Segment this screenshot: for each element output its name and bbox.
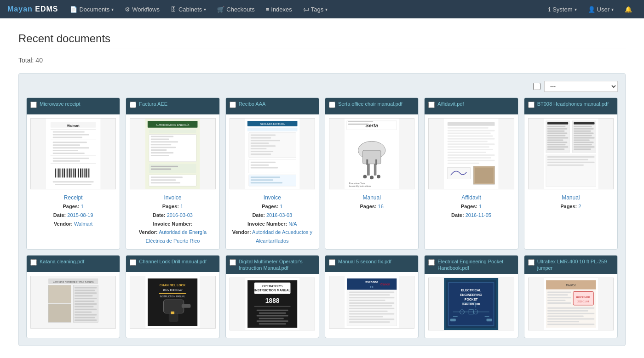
doc-checkbox-1[interactable]	[30, 102, 37, 108]
svg-rect-72	[248, 159, 296, 173]
select-all-checkbox[interactable]	[533, 83, 540, 90]
svg-rect-110	[448, 160, 495, 161]
svg-rect-36	[90, 169, 90, 178]
svg-rect-235	[547, 297, 571, 299]
doc-checkbox-3[interactable]	[230, 102, 236, 108]
svg-rect-183	[256, 310, 288, 311]
doc-thumb-2[interactable]: AUTORIDAD DE ENERGÍA	[130, 118, 215, 189]
svg-rect-103	[448, 141, 488, 142]
svg-rect-100	[448, 133, 491, 134]
nav-workflows[interactable]: ⚙ Workflows	[120, 0, 164, 18]
user-icon: 👤	[588, 6, 595, 13]
card-header-11: Electrical Engineering Pocket Handbook.p…	[425, 256, 518, 274]
bulk-action-select[interactable]: ---	[544, 81, 618, 92]
doc-pages-5: Pages: 1	[428, 202, 514, 211]
svg-rect-26	[71, 169, 72, 178]
svg-rect-195	[349, 291, 394, 293]
doc-title-9[interactable]: Digital Multimeter Operator's Instructio…	[239, 258, 315, 272]
doc-checkbox-2[interactable]	[130, 102, 136, 108]
svg-rect-85	[367, 164, 369, 176]
doc-checkbox-7[interactable]	[30, 259, 37, 266]
doc-thumb-1[interactable]: Walmart	[30, 118, 116, 189]
svg-rect-70	[250, 151, 273, 152]
svg-rect-158	[75, 301, 94, 302]
nav-system[interactable]: ℹ System ▾	[544, 0, 581, 18]
doc-card-katana: Katana cleaning.pdf Care and Handling of…	[26, 255, 120, 339]
svg-rect-121	[547, 131, 564, 132]
doc-title-8[interactable]: Channel Lock Drill manual.pdf	[139, 258, 207, 265]
nav-user[interactable]: 👤 User ▾	[583, 0, 618, 18]
svg-text:SEGUNDA FACTURA: SEGUNDA FACTURA	[260, 123, 285, 125]
doc-thumb-7[interactable]: Care and Handling of your Katana	[30, 276, 116, 329]
doc-title-5[interactable]: Affidavit.pdf	[437, 101, 464, 107]
svg-point-91	[377, 175, 380, 178]
doc-pages-1: Pages: 1	[30, 202, 116, 211]
doc-thumb-9[interactable]: OPERATOR'S INSTRUCTION MANUAL 1888	[230, 278, 315, 330]
svg-rect-129	[547, 148, 564, 150]
svg-rect-122	[547, 133, 567, 134]
doc-pages-6: Pages: 2	[528, 202, 614, 211]
svg-rect-56	[151, 176, 183, 178]
svg-rect-184	[259, 313, 286, 314]
doc-title-10[interactable]: Manual 5 second fix.pdf	[338, 258, 391, 265]
doc-title-7[interactable]: Katana cleaning.pdf	[40, 258, 84, 265]
doc-title-12[interactable]: Ultraflex LMR-400 10 ft PL-259 jumper	[537, 258, 614, 272]
nav-documents[interactable]: 📄 Documents ▾	[65, 0, 118, 18]
svg-rect-37	[53, 181, 94, 182]
nav-indexes[interactable]: ≡ Indexes	[261, 0, 297, 18]
nav-bell[interactable]: 🔔	[620, 0, 637, 18]
svg-rect-9	[53, 144, 80, 146]
doc-thumb-5[interactable]	[428, 118, 514, 189]
doc-card-recibo-aaa: Recibo AAA SEGUNDA FACTURA	[225, 97, 319, 250]
nav-tags[interactable]: 🏷 Tags ▾	[299, 0, 332, 18]
doc-title-6[interactable]: BT008 Headphones manual.pdf	[537, 101, 609, 107]
brand-suffix: EDMS	[35, 5, 58, 13]
svg-rect-101	[448, 136, 493, 137]
doc-meta-6: Manual Pages: 2	[528, 193, 614, 211]
doc-checkbox-10[interactable]	[329, 259, 335, 266]
svg-rect-64	[250, 135, 275, 136]
svg-rect-68	[250, 145, 275, 147]
svg-rect-124	[547, 137, 568, 138]
svg-rect-127	[547, 144, 565, 145]
doc-title-2[interactable]: Factura AEE	[139, 101, 167, 107]
doc-checkbox-9[interactable]	[230, 259, 236, 266]
svg-rect-206	[349, 321, 390, 323]
svg-rect-53	[151, 166, 178, 167]
doc-thumb-11[interactable]: ELECTRICAL ENGINEERING POCKET HANDBOOK	[428, 278, 514, 330]
svg-rect-234	[547, 295, 568, 296]
doc-thumb-8[interactable]: CHAN NEL LOCK 19.2v Drill Driver INSTRUC…	[130, 276, 215, 329]
doc-title-4[interactable]: Serta office chair manual.pdf	[338, 101, 402, 107]
nav-checkouts[interactable]: 🛒 Checkouts	[213, 0, 259, 18]
svg-rect-203	[349, 313, 394, 314]
svg-rect-87	[366, 159, 368, 165]
doc-checkbox-11[interactable]	[428, 259, 435, 266]
doc-checkbox-6[interactable]	[528, 102, 535, 108]
svg-text:Care and Handling of your Kata: Care and Handling of your Katana	[53, 280, 94, 283]
doc-title-3[interactable]: Recibo AAA	[239, 101, 266, 107]
card-header-9: Digital Multimeter Operator's Instructio…	[226, 256, 319, 274]
doc-title-1[interactable]: Microwave receipt	[40, 101, 80, 107]
doc-checkbox-5[interactable]	[428, 102, 435, 108]
tags-arrow: ▾	[325, 7, 328, 12]
doc-checkbox-4[interactable]	[329, 102, 335, 108]
doc-thumb-12[interactable]: Invoice RECEIVED 2016-11-04	[528, 278, 614, 330]
svg-rect-45	[151, 138, 169, 140]
doc-checkbox-12[interactable]	[528, 259, 535, 266]
nav-system-label: System	[552, 6, 572, 13]
doc-thumb-10[interactable]: 5second Fix Canon	[329, 276, 414, 329]
card-body-3: SEGUNDA FACTURA	[226, 114, 319, 249]
doc-thumb-6[interactable]	[528, 118, 614, 189]
card-body-12: Invoice RECEIVED 2016-11-04	[524, 274, 617, 338]
svg-rect-241	[547, 316, 584, 317]
doc-checkbox-8[interactable]	[130, 259, 136, 266]
svg-rect-38	[55, 184, 92, 185]
card-header-10: Manual 5 second fix.pdf	[325, 256, 418, 272]
nav-cabinets[interactable]: 🗄 Cabinets ▾	[166, 0, 211, 18]
svg-rect-44	[151, 136, 173, 137]
doc-title-11[interactable]: Electrical Engineering Pocket Handbook.p…	[437, 258, 514, 272]
doc-thumb-3[interactable]: SEGUNDA FACTURA	[230, 118, 315, 189]
doc-thumb-4[interactable]: Serta	[329, 118, 414, 189]
doc-type-6: Manual	[528, 193, 614, 202]
svg-rect-164	[75, 317, 95, 318]
